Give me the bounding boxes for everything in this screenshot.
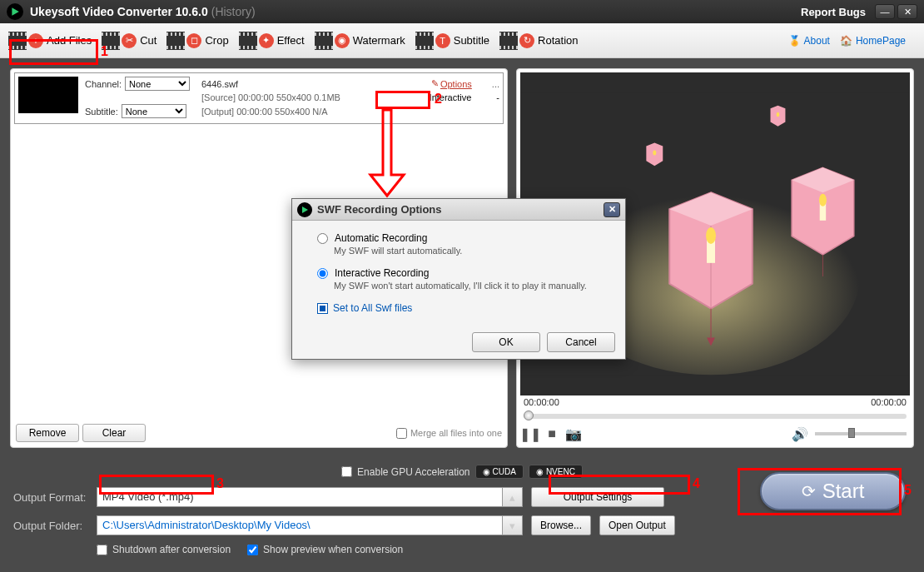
svg-point-13 <box>819 194 827 206</box>
merge-checkbox-input[interactable] <box>396 428 407 439</box>
dialog-cancel-button[interactable]: Cancel <box>547 332 615 352</box>
dialog-title: SWF Recording Options <box>317 203 442 216</box>
gpu-label: Enable GPU Acceleration <box>357 466 469 478</box>
output-folder-row: Output Folder: C:\Users\Administrator\De… <box>13 515 911 535</box>
dialog-close-button[interactable]: ✕ <box>604 202 620 217</box>
edit-icon: ✎ <box>431 78 439 89</box>
close-button[interactable]: ✕ <box>897 4 917 19</box>
merge-checkbox[interactable]: Merge all files into one <box>396 428 502 439</box>
start-button[interactable]: ⟳ Start <box>760 472 906 510</box>
file-thumbnail <box>18 77 78 113</box>
clear-button[interactable]: Clear <box>82 424 146 442</box>
channel-select[interactable]: None <box>125 77 190 91</box>
crop-icon: ◻ <box>186 33 201 48</box>
cuda-badge: ◉ CUDA <box>475 465 524 479</box>
checkbox-icon[interactable] <box>317 303 328 314</box>
dialog-titlebar: SWF Recording Options ✕ <box>292 199 625 221</box>
output-folder-label: Output Folder: <box>13 520 97 532</box>
interactive-desc: My SWF won't start automatically, I'll c… <box>334 281 600 291</box>
watermark-label: Watermark <box>353 34 405 47</box>
annotation-dots: ... <box>492 79 499 89</box>
set-all-checkbox[interactable]: Set to All Swf files <box>317 302 600 314</box>
volume-slider[interactable] <box>815 432 907 435</box>
minimize-button[interactable]: — <box>875 4 895 19</box>
film-icon <box>8 32 27 50</box>
output-settings-button[interactable]: Output Settings <box>531 487 664 507</box>
format-dropdown-icon[interactable]: ▴ <box>503 487 523 507</box>
app-title: Ukeysoft Video Converter 10.6.0 <box>30 5 208 18</box>
seek-handle[interactable] <box>524 410 534 420</box>
stop-button[interactable]: ■ <box>545 427 559 440</box>
browse-button[interactable]: Browse... <box>531 515 591 535</box>
channel-label: Channel: <box>85 79 122 89</box>
annotation-num-2: 2 <box>435 92 442 107</box>
history-link[interactable]: (History) <box>211 5 256 18</box>
list-buttons: Remove Clear Merge all files into one <box>11 419 507 447</box>
source-info: [Source] 00:00:00 550x400 0.1MB <box>201 92 340 102</box>
svg-marker-0 <box>12 7 18 16</box>
cut-label: Cut <box>140 34 156 47</box>
subtitle-button[interactable]: T Subtitle <box>415 32 489 50</box>
film-icon <box>499 32 518 50</box>
seek-slider[interactable] <box>524 414 907 419</box>
cut-button[interactable]: ✂ Cut <box>102 32 156 50</box>
about-link[interactable]: 🏅 About <box>788 35 830 47</box>
auto-recording-option[interactable]: Automatic Recording My SWF will start au… <box>317 232 600 256</box>
start-label: Start <box>822 480 865 503</box>
annotation-num-1: 1 <box>101 44 108 59</box>
open-output-button[interactable]: Open Output <box>599 515 675 535</box>
crop-button[interactable]: ◻ Crop <box>166 32 228 50</box>
annotation-num-4: 4 <box>693 476 700 491</box>
auto-desc: My SWF will start automatically. <box>334 246 600 256</box>
volume-handle[interactable] <box>848 428 855 438</box>
snapshot-button[interactable]: 📷 <box>567 427 580 440</box>
volume-icon[interactable]: 🔊 <box>793 427 807 440</box>
merge-label: Merge all files into one <box>410 428 502 438</box>
rotate-icon: ↻ <box>519 33 534 48</box>
annotation-num-3: 3 <box>216 476 224 491</box>
film-icon <box>315 32 333 50</box>
title-bar: Ukeysoft Video Converter 10.6.0 (History… <box>0 0 924 23</box>
pause-button[interactable]: ❚❚ <box>524 427 537 440</box>
auto-radio[interactable] <box>317 233 328 244</box>
time-total: 00:00:00 <box>871 397 907 407</box>
output-folder-field[interactable]: C:\Users\Administrator\Desktop\My Videos… <box>97 515 523 535</box>
film-icon <box>415 32 434 50</box>
interactive-radio[interactable] <box>317 268 328 279</box>
subtitle-select[interactable]: None <box>122 104 186 118</box>
homepage-link[interactable]: 🏠 HomePage <box>840 35 906 47</box>
annotation-arrow <box>366 108 408 200</box>
remove-button[interactable]: Remove <box>16 424 79 442</box>
output-folder-value: C:\Users\Administrator\Desktop\My Videos… <box>97 515 503 535</box>
interactive-recording-option[interactable]: Interactive Recording My SWF won't start… <box>317 267 600 291</box>
gpu-checkbox[interactable] <box>341 466 352 477</box>
output-format-field[interactable]: MP4 Video (*.mp4) ▴ <box>97 487 523 507</box>
interactive-value: - <box>496 92 499 102</box>
main-toolbar: + Add Files ✂ Cut ◻ Crop ✦ Effect ◉ Wate… <box>0 23 924 58</box>
folder-dropdown-icon[interactable]: ▾ <box>503 515 523 535</box>
file-row[interactable]: Channel: None 6446.swf ✎ Options ... [So… <box>14 72 504 124</box>
file-name: 6446.swf <box>201 79 238 89</box>
text-icon: T <box>435 33 450 48</box>
subtitle-select-label: Subtitle: <box>85 107 118 117</box>
film-icon <box>239 32 257 50</box>
rotation-button[interactable]: ↻ Rotation <box>499 32 578 50</box>
add-files-label: Add Files <box>47 34 92 47</box>
add-files-button[interactable]: + Add Files <box>8 32 92 50</box>
dialog-ok-button[interactable]: OK <box>472 332 540 352</box>
svg-marker-19 <box>302 206 308 213</box>
options-link[interactable]: Options <box>440 79 472 89</box>
shutdown-checkbox[interactable]: Shutdown after conversion <box>97 544 231 555</box>
about-label: About <box>804 35 830 47</box>
effect-button[interactable]: ✦ Effect <box>239 32 305 50</box>
preview-checkbox[interactable]: Show preview when conversion <box>247 544 403 555</box>
scissors-icon: ✂ <box>122 33 137 48</box>
time-current: 00:00:00 <box>524 397 559 407</box>
report-bugs-link[interactable]: Report Bugs <box>801 6 866 18</box>
rotation-label: Rotation <box>538 34 578 47</box>
droplet-icon: ◉ <box>335 33 350 48</box>
subtitle-label: Subtitle <box>454 34 489 47</box>
annotation-num-5: 5 <box>904 483 912 498</box>
watermark-button[interactable]: ◉ Watermark <box>315 32 405 50</box>
crop-label: Crop <box>205 34 228 47</box>
